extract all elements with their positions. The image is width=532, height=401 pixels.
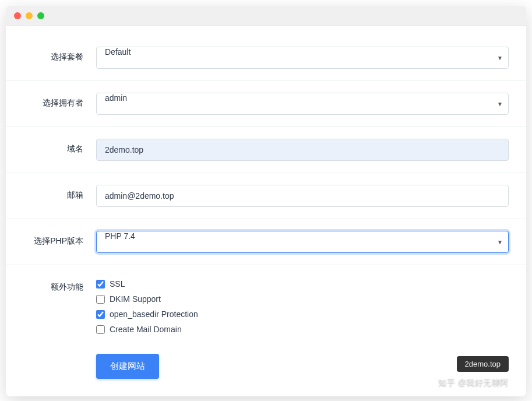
select-php-wrap: PHP 7.4 ▼ — [96, 231, 509, 253]
checkbox-maildomain-item[interactable]: Create Mail Domain — [96, 325, 509, 334]
select-owner[interactable]: admin — [96, 93, 509, 115]
checkbox-dkim-label: DKIM Support — [110, 294, 161, 304]
maximize-window-icon[interactable] — [37, 12, 44, 19]
label-php: 选择PHP版本 — [6, 231, 96, 247]
select-owner-value: admin — [105, 93, 127, 103]
checkbox-openbasedir-label: open_basedir Protection — [110, 309, 198, 319]
row-php: 选择PHP版本 PHP 7.4 ▼ — [6, 219, 526, 265]
select-package[interactable]: Default — [96, 47, 509, 69]
checkbox-openbasedir[interactable] — [96, 310, 105, 319]
select-package-value: Default — [105, 47, 131, 57]
checkbox-openbasedir-item[interactable]: open_basedir Protection — [96, 309, 509, 319]
titlebar — [6, 6, 526, 26]
checkbox-ssl-item[interactable]: SSL — [96, 279, 509, 289]
label-extras: 额外功能 — [6, 277, 96, 293]
row-owner: 选择拥有者 admin ▼ — [6, 81, 526, 127]
window: 选择套餐 Default ▼ 选择拥有者 admin ▼ — [6, 6, 526, 396]
label-package: 选择套餐 — [6, 47, 96, 62]
label-owner: 选择拥有者 — [6, 93, 96, 108]
row-email: 邮箱 — [6, 173, 526, 219]
select-owner-wrap: admin ▼ — [96, 93, 509, 115]
checkbox-maildomain-label: Create Mail Domain — [110, 325, 182, 334]
row-domain: 域名 — [6, 127, 526, 173]
checkbox-list: SSL DKIM Support open_basedir Protection… — [96, 277, 509, 334]
checkbox-dkim-item[interactable]: DKIM Support — [96, 294, 509, 304]
submit-row: 创建网站 — [6, 346, 526, 379]
row-extras: 额外功能 SSL DKIM Support open_basedir Prote… — [6, 265, 526, 346]
select-php[interactable]: PHP 7.4 — [96, 231, 509, 253]
row-package: 选择套餐 Default ▼ — [6, 35, 526, 81]
checkbox-ssl[interactable] — [96, 280, 105, 289]
select-php-value: PHP 7.4 — [105, 231, 135, 241]
watermark-text: 知乎 @我好无聊阿 — [438, 378, 509, 388]
minimize-window-icon[interactable] — [26, 12, 33, 19]
close-window-icon[interactable] — [14, 12, 21, 19]
input-email[interactable] — [96, 185, 509, 207]
submit-button[interactable]: 创建网站 — [96, 354, 159, 379]
form-body: 选择套餐 Default ▼ 选择拥有者 admin ▼ — [6, 26, 526, 396]
checkbox-ssl-label: SSL — [110, 279, 125, 289]
label-domain: 域名 — [6, 139, 96, 154]
select-package-wrap: Default ▼ — [96, 47, 509, 69]
checkbox-maildomain[interactable] — [96, 325, 105, 334]
input-domain[interactable] — [96, 139, 509, 161]
checkbox-dkim[interactable] — [96, 295, 105, 304]
label-email: 邮箱 — [6, 185, 96, 200]
status-badge: 2demo.top — [457, 356, 509, 372]
